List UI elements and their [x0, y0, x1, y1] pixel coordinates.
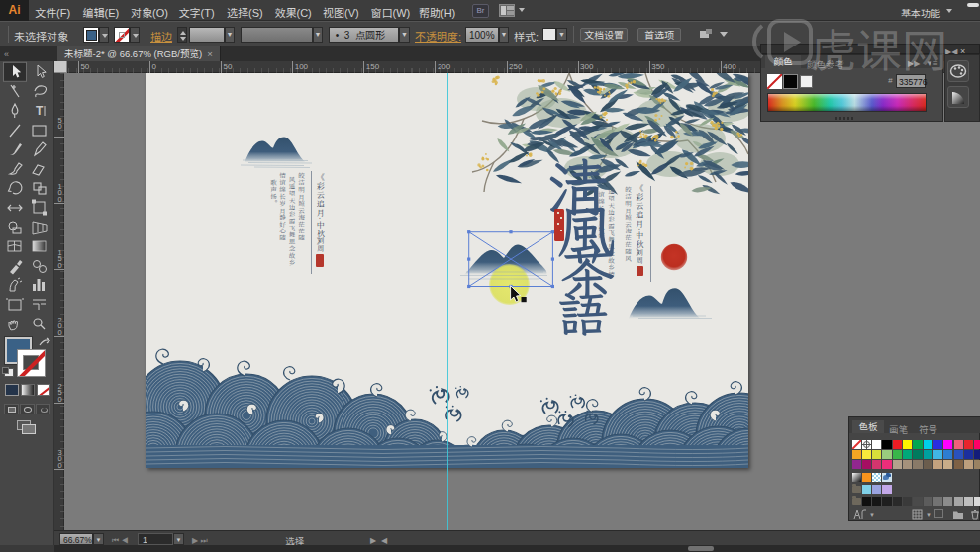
svg-text:T: T: [36, 104, 44, 118]
